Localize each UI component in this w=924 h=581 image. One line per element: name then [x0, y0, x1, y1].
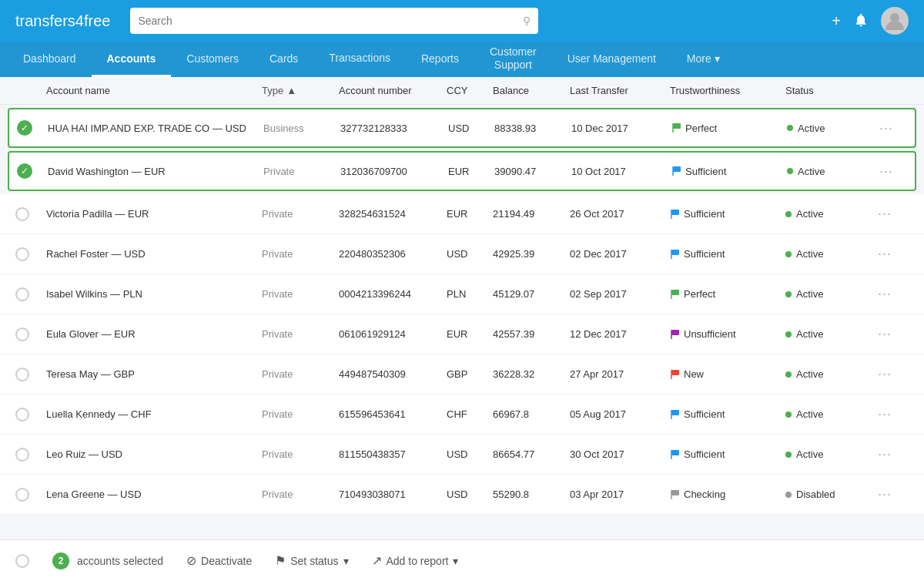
row-more[interactable]: ··· — [878, 366, 909, 382]
svg-rect-9 — [671, 290, 679, 295]
row-more[interactable]: ··· — [878, 246, 909, 262]
row-ccy: GBP — [447, 368, 493, 380]
row-selector[interactable] — [15, 287, 46, 301]
row-last-transfer: 27 Apr 2017 — [570, 368, 670, 380]
table-row[interactable]: Eula Glover — EUR Private 061061929124 E… — [0, 314, 924, 354]
search-bar[interactable]: ⚲ — [130, 8, 538, 34]
row-type: Business — [263, 123, 340, 134]
row-radio[interactable] — [15, 368, 29, 381]
row-status: Active — [785, 248, 878, 260]
row-more-button[interactable]: ··· — [879, 120, 893, 136]
row-account-number: 0004213396244 — [339, 288, 447, 300]
row-account-name: Isabel Wilkins — PLN — [46, 288, 262, 300]
header-trustworthiness: Trustworthiness — [670, 85, 785, 96]
nav-item-reports[interactable]: Reports — [406, 42, 474, 77]
row-balance: 21194.49 — [493, 208, 570, 220]
row-account-number: 327732128333 — [340, 123, 448, 134]
row-more[interactable]: ··· — [878, 286, 909, 302]
table-row[interactable]: Isabel Wilkins — PLN Private 00042133962… — [0, 274, 924, 314]
row-more[interactable]: ··· — [878, 406, 909, 422]
nav-item-dashboard[interactable]: Dashboard — [8, 42, 92, 77]
row-trustworthiness: Perfect — [671, 123, 787, 134]
row-status: Active — [785, 368, 878, 380]
header-type[interactable]: Type ▲ — [262, 85, 339, 96]
row-more-button[interactable]: ··· — [878, 206, 892, 222]
row-more-button[interactable]: ··· — [878, 286, 892, 302]
user-avatar[interactable] — [881, 7, 909, 35]
row-more[interactable]: ··· — [878, 486, 909, 502]
row-more-button[interactable]: ··· — [878, 406, 892, 422]
row-more[interactable]: ··· — [879, 163, 910, 180]
row-selector[interactable]: ✓ — [17, 120, 48, 136]
nav-item-customers[interactable]: Customers — [171, 42, 254, 77]
table-row[interactable]: Luella Kennedy — CHF Private 61559645364… — [0, 395, 924, 435]
row-more[interactable]: ··· — [879, 120, 910, 136]
row-type: Private — [262, 448, 339, 460]
table-row[interactable]: Leo Ruiz — USD Private 811550438357 USD … — [0, 435, 924, 475]
row-status: Active — [785, 408, 878, 420]
row-more[interactable]: ··· — [878, 326, 909, 342]
notification-button[interactable] — [853, 12, 869, 30]
row-selector[interactable]: ✓ — [17, 163, 48, 179]
row-type: Private — [263, 166, 340, 177]
row-selector[interactable] — [15, 368, 46, 381]
trust-flag-icon — [670, 450, 681, 459]
nav-item-customer-support[interactable]: CustomerSupport — [474, 42, 552, 77]
row-selector[interactable] — [15, 207, 46, 221]
table-header: Account name Type ▲ Account number CCY B… — [0, 77, 924, 105]
row-radio[interactable] — [15, 448, 29, 462]
search-input[interactable] — [138, 15, 517, 27]
row-more-button[interactable]: ··· — [878, 246, 892, 262]
add-button[interactable]: + — [832, 13, 841, 29]
row-last-transfer: 05 Aug 2017 — [570, 408, 670, 420]
logo-bold: transfers — [15, 12, 75, 29]
row-type: Private — [262, 489, 339, 500]
status-dot — [785, 371, 792, 378]
table-row[interactable]: ✓ HUA HAI IMP.AND EXP. TRADE CO — USD Bu… — [8, 108, 916, 148]
row-balance: 36228.32 — [493, 368, 570, 380]
row-radio[interactable] — [15, 247, 29, 261]
table-row[interactable]: ✓ David Washington — EUR Private 3120367… — [8, 151, 916, 191]
nav-item-transactions[interactable]: Transactions — [313, 42, 406, 77]
row-more-button[interactable]: ··· — [878, 486, 892, 502]
table-row[interactable]: Rachel Foster — USD Private 220480352306… — [0, 234, 924, 274]
row-balance: 45129.07 — [493, 288, 570, 300]
row-radio[interactable] — [15, 287, 29, 301]
row-more-button[interactable]: ··· — [879, 163, 893, 180]
row-more[interactable]: ··· — [878, 206, 909, 222]
nav-item-more[interactable]: More ▾ — [671, 42, 735, 77]
row-account-number: 220480352306 — [339, 248, 447, 260]
row-trustworthiness: Sufficient — [670, 408, 785, 420]
svg-rect-13 — [671, 370, 679, 375]
row-last-transfer: 12 Dec 2017 — [570, 328, 670, 340]
row-trustworthiness: Sufficient — [670, 448, 785, 460]
nav-item-cards[interactable]: Cards — [254, 42, 313, 77]
row-selector[interactable] — [15, 408, 46, 421]
row-trustworthiness: Checking — [670, 489, 785, 500]
row-selector[interactable] — [15, 327, 46, 341]
row-more-button[interactable]: ··· — [878, 446, 892, 462]
row-selector[interactable] — [15, 247, 46, 261]
svg-rect-7 — [671, 250, 679, 255]
row-last-transfer: 02 Dec 2017 — [570, 248, 670, 260]
svg-rect-3 — [673, 166, 681, 172]
table-row[interactable]: Victoria Padilla — EUR Private 328254631… — [0, 194, 924, 234]
row-radio[interactable] — [15, 327, 29, 341]
row-account-number: 811550438357 — [339, 448, 447, 460]
row-more[interactable]: ··· — [878, 446, 909, 462]
row-radio[interactable] — [15, 207, 29, 221]
row-radio[interactable] — [15, 408, 29, 421]
table-row[interactable]: Teresa May — GBP Private 449487540309 GB… — [0, 354, 924, 395]
row-check-circle[interactable]: ✓ — [17, 120, 32, 136]
row-check-circle[interactable]: ✓ — [17, 163, 32, 179]
row-selector[interactable] — [15, 488, 46, 502]
nav-item-user-management[interactable]: User Management — [552, 42, 671, 77]
nav-item-accounts[interactable]: Accounts — [92, 42, 172, 77]
row-radio[interactable] — [15, 488, 29, 502]
table-row[interactable]: Lena Greene — USD Private 710493038071 U… — [0, 475, 924, 515]
row-more-button[interactable]: ··· — [878, 366, 892, 382]
row-status: Active — [785, 288, 878, 300]
row-selector[interactable] — [15, 448, 46, 462]
row-account-name: Eula Glover — EUR — [46, 328, 262, 340]
row-more-button[interactable]: ··· — [878, 326, 892, 342]
